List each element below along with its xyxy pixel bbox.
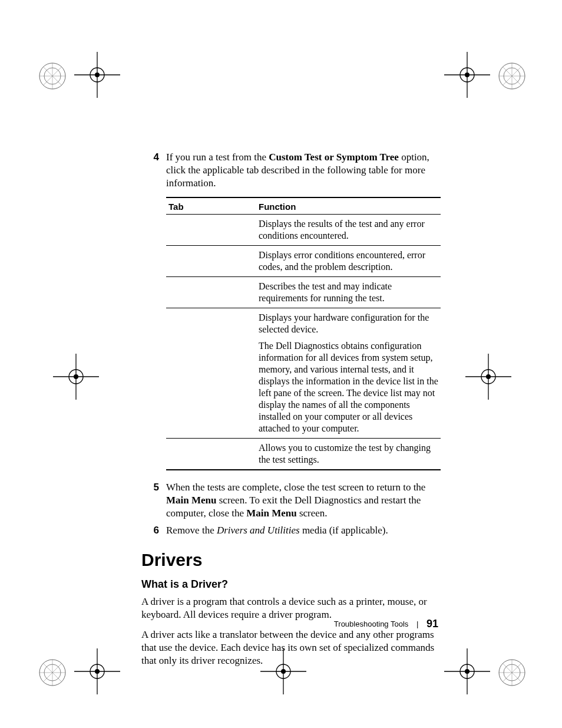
svg-point-13 bbox=[465, 73, 470, 77]
subheading-what-is-a-driver: What is a Driver? bbox=[141, 578, 438, 591]
registration-target-icon bbox=[465, 354, 511, 400]
table-cell: Allows you to customize the test by chan… bbox=[256, 439, 441, 470]
table-row: Allows you to customize the test by chan… bbox=[166, 439, 441, 470]
text: Displays your hardware configuration for… bbox=[259, 312, 438, 335]
registration-target-icon bbox=[444, 52, 490, 98]
page-number: 91 bbox=[427, 618, 438, 630]
step-number: 6 bbox=[141, 524, 166, 537]
text: If you run a test from the bbox=[166, 151, 269, 163]
table-header-tab: Tab bbox=[166, 197, 256, 215]
text-bold: Main Menu bbox=[166, 495, 216, 506]
crop-mark-corner bbox=[38, 658, 67, 687]
text-bold: Main Menu bbox=[246, 508, 296, 519]
footer-section-label: Troubleshooting Tools bbox=[334, 620, 408, 628]
tab-function-table: Tab Function Displays the results of the… bbox=[166, 197, 441, 470]
text-bold: Custom Test or Symptom Tree bbox=[269, 151, 399, 163]
table-cell: Displays your hardware configuration for… bbox=[256, 308, 441, 439]
step-number: 5 bbox=[141, 481, 166, 520]
text: media (if applicable). bbox=[300, 525, 388, 536]
page-content: 4 If you run a test from the Custom Test… bbox=[141, 151, 438, 674]
step-number: 4 bbox=[141, 151, 166, 190]
table-header-function: Function bbox=[256, 197, 441, 215]
step-4: 4 If you run a test from the Custom Test… bbox=[141, 151, 438, 190]
table-row: Describes the test and may indicate requ… bbox=[166, 277, 441, 308]
body-paragraph: A driver acts like a translator between … bbox=[141, 628, 438, 667]
step-6: 6 Remove the Drivers and Utilities media… bbox=[141, 524, 438, 537]
crop-mark-corner bbox=[497, 658, 527, 687]
table-cell: Displays the results of the test and any… bbox=[256, 215, 441, 246]
svg-point-37 bbox=[95, 669, 100, 674]
step-text: If you run a test from the Custom Test o… bbox=[166, 151, 438, 190]
section-heading-drivers: Drivers bbox=[141, 550, 438, 570]
text: screen. bbox=[297, 508, 328, 519]
table-row: Displays error conditions encountered, e… bbox=[166, 246, 441, 277]
svg-point-45 bbox=[465, 669, 470, 674]
text-italic: Drivers and Utilities bbox=[217, 525, 300, 536]
text: Remove the bbox=[166, 525, 217, 536]
table-row: Displays your hardware configuration for… bbox=[166, 308, 441, 439]
registration-target-icon bbox=[74, 648, 120, 694]
step-5: 5 When the tests are complete, close the… bbox=[141, 481, 438, 520]
page-footer: Troubleshooting Tools | 91 bbox=[141, 618, 438, 630]
registration-target-icon bbox=[53, 354, 99, 400]
step-text: When the tests are complete, close the t… bbox=[166, 481, 438, 520]
text: The Dell Diagnostics obtains configurati… bbox=[259, 340, 438, 434]
crop-mark-corner bbox=[497, 61, 527, 91]
crop-mark-corner bbox=[38, 61, 67, 91]
svg-point-23 bbox=[74, 374, 78, 379]
step-text: Remove the Drivers and Utilities media (… bbox=[166, 524, 438, 537]
svg-point-9 bbox=[95, 73, 100, 77]
registration-target-icon bbox=[74, 52, 120, 98]
text: When the tests are complete, close the t… bbox=[166, 482, 425, 493]
table-cell: Displays error conditions encountered, e… bbox=[256, 246, 441, 277]
table-row: Displays the results of the test and any… bbox=[166, 215, 441, 246]
footer-separator: | bbox=[416, 620, 418, 628]
table-cell: Describes the test and may indicate requ… bbox=[256, 277, 441, 308]
registration-target-icon bbox=[444, 648, 490, 694]
svg-point-27 bbox=[486, 374, 491, 379]
